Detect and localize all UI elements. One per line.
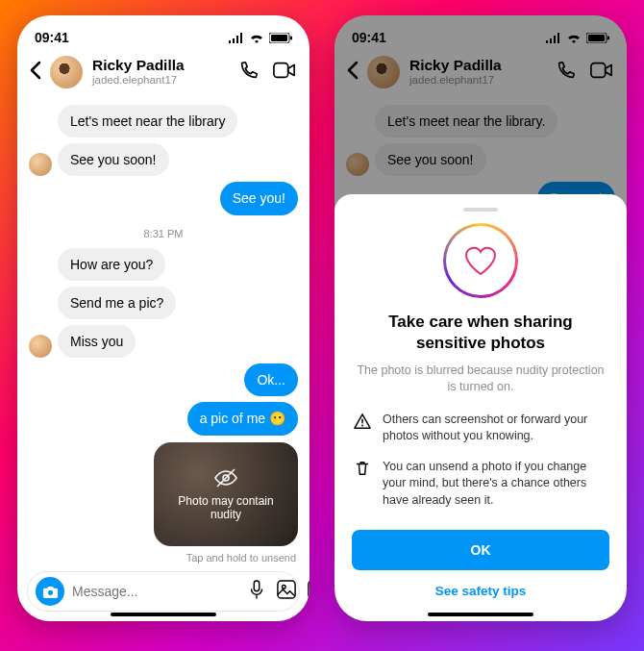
heart-icon xyxy=(463,245,498,276)
blur-label: Photo may contain nudity xyxy=(154,494,298,521)
phone-right: 09:41 Ricky Padilla jaded.elephant17 Let… xyxy=(334,15,627,621)
chevron-left-icon xyxy=(29,61,42,80)
safety-tips-link[interactable]: See safety tips xyxy=(352,572,609,600)
call-button[interactable] xyxy=(238,60,260,85)
message-in[interactable]: Send me a pic? xyxy=(58,287,176,319)
home-indicator[interactable] xyxy=(428,613,533,616)
svg-rect-8 xyxy=(278,581,295,598)
message-in[interactable]: Let's meet near the library xyxy=(58,105,237,138)
contact-name: Ricky Padilla xyxy=(92,57,235,74)
sheet-item: You can unsend a photo if you change you… xyxy=(354,459,607,510)
back-button[interactable] xyxy=(25,57,46,88)
sheet-item-text: Others can screenshot or forward your ph… xyxy=(383,412,607,445)
svg-point-6 xyxy=(47,589,52,594)
sticker-icon xyxy=(308,580,310,599)
sheet-item-text: You can unsend a photo if you change you… xyxy=(383,459,607,510)
sheet-item: Others can screenshot or forward your ph… xyxy=(354,412,607,445)
sheet-subtitle: The photo is blurred because nudity prot… xyxy=(356,363,606,396)
message-out[interactable]: a pic of me 😶 xyxy=(187,402,298,435)
blurred-photo[interactable]: Photo may contain nudity xyxy=(154,442,298,547)
message-in[interactable]: How are you? xyxy=(58,248,165,281)
eye-off-icon xyxy=(213,467,238,488)
image-icon xyxy=(277,580,296,599)
sticker-button[interactable] xyxy=(308,580,310,603)
video-call-button[interactable] xyxy=(273,60,296,85)
status-indicators xyxy=(228,33,292,43)
timestamp: 8:31 PM xyxy=(29,228,298,239)
voice-button[interactable] xyxy=(248,580,265,603)
gallery-button[interactable] xyxy=(277,580,296,603)
ok-button[interactable]: OK xyxy=(352,530,609,570)
avatar[interactable] xyxy=(29,153,52,176)
chat-header: Ricky Padilla jaded.elephant17 xyxy=(17,52,310,96)
cellular-icon xyxy=(228,33,244,43)
phone-left: 09:41 Ricky Padilla jaded.elephant17 Let… xyxy=(17,15,310,621)
heart-ring-icon xyxy=(443,223,518,298)
svg-rect-3 xyxy=(274,63,288,78)
svg-rect-1 xyxy=(271,35,287,41)
header-text[interactable]: Ricky Padilla jaded.elephant17 xyxy=(87,57,235,87)
sheet-title: Take care when sharing sensitive photos xyxy=(358,312,604,354)
avatar[interactable] xyxy=(29,335,52,358)
sheet-grabber[interactable] xyxy=(463,208,498,212)
status-bar: 09:41 xyxy=(17,15,310,52)
composer xyxy=(27,571,300,612)
wifi-icon xyxy=(249,33,264,43)
message-out[interactable]: Ok... xyxy=(244,363,298,396)
phone-icon xyxy=(238,60,260,81)
bottom-sheet: Take care when sharing sensitive photos … xyxy=(334,194,627,621)
home-indicator[interactable] xyxy=(111,613,216,616)
battery-icon xyxy=(269,33,292,43)
svg-rect-2 xyxy=(290,36,292,39)
avatar[interactable] xyxy=(50,56,83,88)
mic-icon xyxy=(248,580,265,599)
svg-rect-10 xyxy=(309,581,310,598)
svg-point-9 xyxy=(282,585,285,588)
contact-handle: jaded.elephant17 xyxy=(92,74,235,87)
messages[interactable]: Let's meet near the library See you soon… xyxy=(17,96,310,571)
status-time: 09:41 xyxy=(35,30,69,45)
svg-rect-7 xyxy=(254,581,259,591)
camera-button[interactable] xyxy=(36,577,64,606)
message-in[interactable]: Miss you xyxy=(58,325,136,358)
svg-point-18 xyxy=(361,424,363,426)
unsend-hint: Tap and hold to unsend xyxy=(29,552,296,563)
message-input[interactable] xyxy=(72,584,240,599)
camera-icon xyxy=(42,585,59,599)
trash-icon xyxy=(354,460,371,477)
message-out[interactable]: See you! xyxy=(220,182,298,214)
video-icon xyxy=(273,60,296,81)
warning-icon xyxy=(354,413,371,430)
message-in[interactable]: See you soon! xyxy=(58,143,169,176)
